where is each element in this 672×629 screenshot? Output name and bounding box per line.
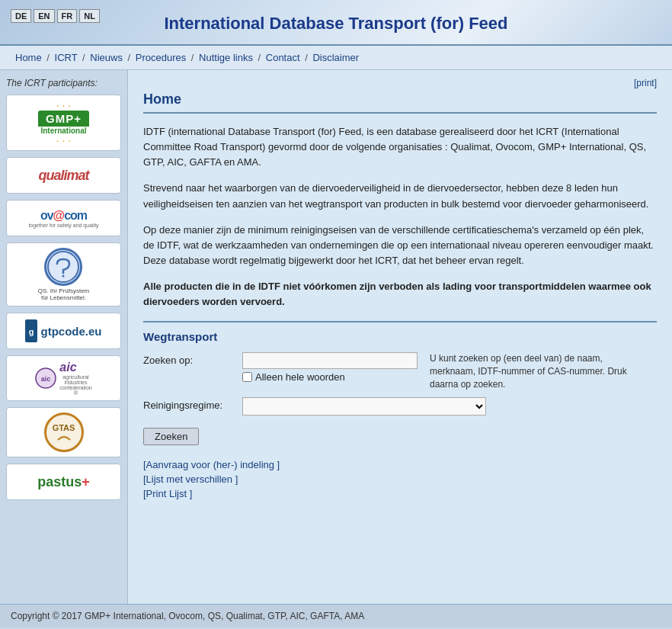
content-para1: IDTF (international Database Transport (…: [143, 124, 657, 170]
svg-point-1: [62, 275, 65, 278]
reinig-row: Reinigingsregime:: [143, 397, 657, 416]
search-label: Zoeken op:: [143, 352, 242, 366]
lang-fr-button[interactable]: FR: [57, 9, 78, 23]
wegtransport-section: Wegtransport Zoeken op: Alleen hele woor…: [143, 330, 657, 499]
breadcrumb-nieuws[interactable]: Nieuws: [90, 52, 123, 63]
main-layout: The ICRT participants: · · · GMP+ Intern…: [0, 70, 672, 604]
zoeken-button[interactable]: Zoeken: [143, 428, 199, 445]
link-aanvraag[interactable]: [Aanvraag voor (her-) indeling ]: [143, 459, 657, 470]
hele-woorden-label: Alleen hele woorden: [255, 371, 345, 383]
sep6: /: [305, 52, 310, 63]
svg-point-0: [48, 252, 78, 282]
search-hint: U kunt zoeken op (een deel van) de naam,…: [430, 352, 628, 390]
logo-gtas: GTAS: [6, 407, 121, 457]
logo-qualimat: qualimat: [6, 157, 121, 194]
link-print-lijst[interactable]: [Print Lijst ]: [143, 488, 657, 499]
zoeken-row: Zoeken: [143, 422, 657, 445]
aic-sub: agriculturalindustriesconfederation®: [59, 374, 91, 396]
content-para3: Op deze manier zijn de minimum reiniging…: [143, 223, 657, 268]
sidebar-title: The ICRT participants:: [6, 78, 121, 88]
link-lijst-verschillen[interactable]: [Lijst met verschillen ]: [143, 473, 657, 485]
reinig-select[interactable]: [242, 397, 486, 416]
aic-logo-icon: aic: [35, 367, 56, 389]
gtp-text: gtpcode.eu: [40, 325, 101, 338]
pastus-text: pastus: [37, 474, 82, 490]
qs-icon: [46, 250, 80, 284]
breadcrumb-procedures[interactable]: Procedures: [136, 52, 186, 63]
lang-de-button[interactable]: DE: [11, 9, 31, 23]
site-title: International Database Transport (for) F…: [8, 14, 664, 34]
qualimat-text: qualimat: [38, 168, 88, 184]
footer: Copyright © 2017 GMP+ International, Ovo…: [0, 604, 672, 627]
search-input[interactable]: [242, 352, 418, 369]
page-heading: Home: [143, 91, 657, 114]
search-controls: Alleen hele woorden: [242, 352, 418, 383]
gmp-text: GMP+: [38, 111, 89, 127]
sidebar: The ICRT participants: · · · GMP+ Intern…: [0, 70, 128, 604]
qs-text: QS. Ihr Prüfsystemfür Lebensmittel.: [38, 287, 90, 301]
gtas-icon: [56, 432, 72, 441]
sep3: /: [128, 52, 133, 63]
logo-gtp: g gtpcode.eu: [6, 313, 121, 349]
svg-text:aic: aic: [41, 375, 51, 383]
breadcrumb-disclaimer[interactable]: Disclaimer: [312, 52, 359, 63]
breadcrumb-home[interactable]: Home: [15, 52, 42, 63]
print-link[interactable]: [print]: [143, 78, 657, 88]
sep2: /: [82, 52, 88, 63]
lang-en-button[interactable]: EN: [34, 9, 54, 23]
links-section: [Aanvraag voor (her-) indeling ] [Lijst …: [143, 459, 657, 499]
content-para2: Strevend naar het waarborgen van de dier…: [143, 181, 657, 211]
sep5: /: [258, 52, 264, 63]
gmp-dots-bottom: · · ·: [56, 135, 71, 146]
lang-nl-button[interactable]: NL: [79, 9, 100, 23]
gtp-icon: g: [25, 319, 37, 342]
logo-qs: QS. Ihr Prüfsystemfür Lebensmittel.: [6, 242, 121, 306]
main-content: [print] Home IDTF (international Databas…: [128, 70, 672, 604]
reinig-label: Reinigingsregime:: [143, 397, 242, 411]
gmp-dots: · · ·: [56, 100, 71, 111]
checkbox-row: Alleen hele woorden: [242, 371, 418, 383]
gtas-text: GTAS: [53, 423, 75, 432]
svg-text:g: g: [29, 327, 34, 336]
language-bar: DE EN FR NL: [11, 9, 100, 23]
sep1: /: [46, 52, 52, 63]
wegtransport-heading: Wegtransport: [143, 330, 657, 343]
pastus-plus: +: [82, 474, 90, 490]
ovocom-sub: together for safety and quality: [28, 223, 98, 228]
section-divider: [143, 321, 657, 323]
breadcrumb-nuttige[interactable]: Nuttige links: [199, 52, 253, 63]
sep4: /: [191, 52, 197, 63]
aic-text: aic: [59, 361, 91, 374]
hele-woorden-checkbox[interactable]: [242, 372, 252, 382]
logo-ovocom: ov@com together for safety and quality: [6, 200, 121, 236]
content-warning: Alle producten die in de IDTF niet vóórk…: [143, 279, 657, 309]
ovocom-text: ov@com: [40, 209, 87, 223]
logo-pastus: pastus+: [6, 464, 121, 500]
search-row: Zoeken op: Alleen hele woorden U kunt zo…: [143, 352, 657, 390]
breadcrumb-icrt[interactable]: ICRT: [55, 52, 78, 63]
site-header: International Database Transport (for) F…: [0, 0, 672, 46]
breadcrumb: Home / ICRT / Nieuws / Procedures / Nutt…: [0, 46, 672, 70]
footer-text: Copyright © 2017 GMP+ International, Ovo…: [11, 611, 364, 621]
logo-gmp: · · · GMP+ International · · ·: [6, 95, 121, 151]
logo-aic: aic aic agriculturalindustriesconfederat…: [6, 355, 121, 401]
breadcrumb-contact[interactable]: Contact: [266, 52, 300, 63]
